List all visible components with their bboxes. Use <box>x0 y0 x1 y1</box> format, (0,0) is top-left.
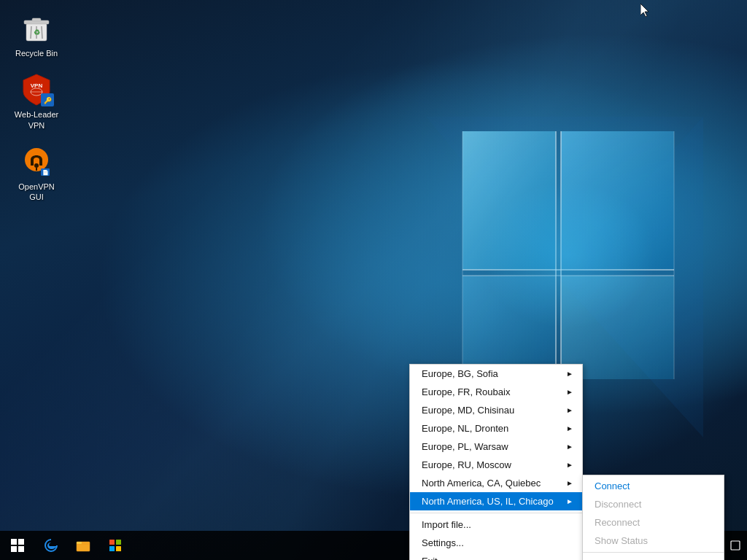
desktop-icon-openvpn[interactable]: 📄 OpenVPN GUI <box>7 141 66 206</box>
submenu-arrow-0: ► <box>566 370 573 378</box>
svg-rect-31 <box>11 546 17 552</box>
svg-line-18 <box>42 26 42 39</box>
menu-item-europe-ru-moscow[interactable]: Europe, RU, Moscow ► <box>410 456 582 474</box>
submenu-separator <box>583 552 724 553</box>
submenu-view-log[interactable]: View Log <box>583 555 724 560</box>
submenu-arrow-6: ► <box>566 479 573 487</box>
menu-item-europe-fr-roubaix[interactable]: Europe, FR, Roubaix ► <box>410 383 582 401</box>
submenu-connect[interactable]: Connect <box>583 477 724 495</box>
taskbar-explorer-button[interactable] <box>67 531 99 560</box>
svg-text:📄: 📄 <box>42 169 49 176</box>
submenu-arrow-5: ► <box>566 461 573 469</box>
svg-rect-37 <box>109 546 115 551</box>
taskbar-edge-button[interactable] <box>35 531 67 560</box>
menu-item-exit[interactable]: Exit <box>410 552 582 560</box>
svg-rect-29 <box>11 539 17 545</box>
svg-rect-32 <box>18 546 24 552</box>
submenu-reconnect: Reconnect <box>583 513 724 532</box>
svg-rect-35 <box>109 540 115 545</box>
submenu-arrow-1: ► <box>566 388 573 396</box>
svg-rect-38 <box>116 546 121 551</box>
menu-item-north-america-ca-quiebec[interactable]: North America, CA, Quiebec ► <box>410 474 582 492</box>
taskbar-store-button[interactable] <box>99 531 131 560</box>
svg-rect-15 <box>32 18 41 21</box>
svg-rect-41 <box>731 541 740 550</box>
svg-line-16 <box>31 26 31 39</box>
menu-item-europe-md-chisinau[interactable]: Europe, MD, Chisinau ► <box>410 401 582 419</box>
context-menu-submenu: Connect Disconnect Reconnect Show Status… <box>582 475 724 560</box>
menu-item-europe-bg-sofia[interactable]: Europe, BG, Sofia ► <box>410 365 582 383</box>
svg-text:♻: ♻ <box>34 28 40 36</box>
submenu-disconnect: Disconnect <box>583 495 724 513</box>
desktop-icon-vpn[interactable]: VPN 🔑 Web-Leader VPN <box>7 69 66 133</box>
submenu-arrow-4: ► <box>566 443 573 451</box>
recycle-bin-icon: ♻ <box>19 10 54 45</box>
svg-rect-34 <box>77 542 82 544</box>
desktop: ♻ Recycle Bin VPN <box>0 0 747 560</box>
svg-rect-26 <box>36 168 37 171</box>
menu-item-settings[interactable]: Settings... <box>410 534 582 552</box>
menu-item-import-file[interactable]: Import file... <box>410 516 582 534</box>
menu-item-europe-nl-dronten[interactable]: Europe, NL, Dronten ► <box>410 419 582 438</box>
desktop-icons-container: ♻ Recycle Bin VPN <box>7 7 66 205</box>
svg-text:🔑: 🔑 <box>44 96 53 105</box>
svg-rect-36 <box>116 540 121 545</box>
vpn-label: Web-Leader VPN <box>15 109 58 131</box>
submenu-arrow-3: ► <box>566 424 573 432</box>
menu-item-north-america-us-chicago[interactable]: North America, US, IL, Chicago ► <box>410 492 582 510</box>
context-menu-main: Europe, BG, Sofia ► Europe, FR, Roubaix … <box>409 364 583 560</box>
notification-center-button[interactable] <box>724 531 747 560</box>
recycle-bin-label: Recycle Bin <box>15 48 58 58</box>
openvpn-icon: 📄 <box>19 144 54 179</box>
menu-separator-1 <box>410 513 582 513</box>
openvpn-label: OpenVPN GUI <box>10 182 63 203</box>
svg-rect-30 <box>18 539 24 545</box>
menu-item-europe-pl-warsaw[interactable]: Europe, PL, Warsaw ► <box>410 438 582 456</box>
submenu-show-status: Show Status <box>583 532 724 550</box>
start-button[interactable] <box>0 531 35 560</box>
submenu-arrow-7: ► <box>566 497 573 505</box>
desktop-icon-recycle-bin[interactable]: ♻ Recycle Bin <box>7 7 66 61</box>
submenu-arrow-2: ► <box>566 406 573 414</box>
svg-point-25 <box>34 163 39 168</box>
vpn-icon: VPN 🔑 <box>19 71 54 106</box>
